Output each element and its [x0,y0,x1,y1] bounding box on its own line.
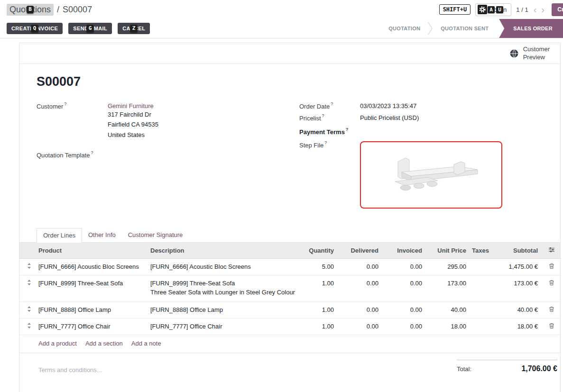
cell-invoiced[interactable]: 0.00 [382,301,426,318]
drag-handle-icon[interactable] [19,275,38,301]
column-header-quantity: Quantity [305,243,338,259]
delete-line-button[interactable] [542,258,561,275]
help-icon: ? [324,140,327,145]
cell-invoiced[interactable]: 0.00 [382,275,426,301]
statusbar: QUOTATION QUOTATION SENT SALES ORDER [381,19,563,38]
tab-customer-signature[interactable]: Customer Signature [122,228,189,242]
quotation-template-label-text: Quotation Template [37,152,90,159]
record-pager: 1 / 1 ‹ › [516,5,547,14]
pager-previous-icon[interactable]: ‹ [531,5,539,14]
breadcrumb-quotations[interactable]: Quotations B [7,4,54,16]
gear-icon [478,5,487,14]
cell-description[interactable]: [FURN_7777] Office Chair [150,318,305,335]
total-label: Total: [457,365,471,373]
table-row: [FURN_8888] Office Lamp [FURN_8888] Offi… [19,301,561,318]
notebook: Order Lines Other Info Customer Signatur… [19,228,560,353]
cell-unit-price[interactable]: 18.00 [426,318,470,335]
order-date-field-value[interactable]: 03/03/2023 13:35:47 [360,102,416,110]
cell-product[interactable]: [FURN_6666] Acoustic Bloc Screens [38,258,150,275]
order-lines-table: Product Description Quantity Delivered I… [19,243,561,335]
cell-delivered[interactable]: 0.00 [338,301,382,318]
add-section-link[interactable]: Add a section [85,340,123,347]
control-bar: CREATE INVOICE Q SEND EMAIL G CANCEL Z Q… [0,19,563,38]
cell-product[interactable]: [FURN_8999] Three-Seat Sofa [38,275,150,301]
cell-quantity[interactable]: 1.00 [305,301,338,318]
delete-line-button[interactable] [542,275,561,301]
cell-taxes[interactable] [470,275,496,301]
hint-badge-b: B [27,6,34,13]
shortcut-badge: SHIFT+U [439,4,471,15]
topbar-right-controls: SHIFT+U Action A U 1 / 1 ‹ › Cr [439,3,563,16]
corner-create-button[interactable]: Cr [552,3,563,16]
step-file-3d-preview [379,150,483,200]
action-menu-button[interactable]: Action A U [475,3,511,16]
pricelist-field-value[interactable]: Public Pricelist (USD) [360,114,419,122]
cell-taxes[interactable] [470,258,496,275]
sheet-footer: Terms and conditions... Total: 1,706.00 … [19,353,560,374]
customer-preview-line1: Customer [523,46,550,53]
status-step-quotation[interactable]: QUOTATION [381,19,428,38]
pager-next-icon[interactable]: › [539,5,547,14]
table-row: [FURN_8999] Three-Seat Sofa [FURN_8999] … [19,275,561,301]
cell-description[interactable]: [FURN_6666] Acoustic Bloc Screens [150,258,305,275]
terms-and-conditions-input[interactable]: Terms and conditions... [38,366,102,374]
form-fields-area: S00007 Customer? Gemini Furniture 317 Fa… [19,64,560,213]
handle-column-header [19,243,38,259]
totals-section: Total: 1,706.00 € [457,360,557,373]
help-icon: ? [346,127,349,132]
cell-quantity[interactable]: 1.00 [305,275,338,301]
column-header-invoiced: Invoiced [382,243,426,259]
cell-quantity[interactable]: 1.00 [305,318,338,335]
form-sheet: Customer Preview S00007 Customer? Gemini… [19,43,561,392]
cell-product[interactable]: [FURN_8888] Office Lamp [38,301,150,318]
trash-icon [549,306,554,312]
tab-order-lines[interactable]: Order Lines [37,228,82,243]
cell-taxes[interactable] [470,301,496,318]
cell-unit-price[interactable]: 40.00 [426,301,470,318]
drag-handle-icon[interactable] [19,318,38,335]
cell-description[interactable]: [FURN_8888] Office Lamp [150,301,305,318]
tab-other-info[interactable]: Other Info [82,228,122,242]
cell-product[interactable]: [FURN_7777] Office Chair [38,318,150,335]
cell-delivered[interactable]: 0.00 [338,275,382,301]
drag-handle-icon[interactable] [19,301,38,318]
sheet-header-row: Customer Preview [19,43,560,64]
cell-unit-price[interactable]: 173.00 [426,275,470,301]
create-invoice-button[interactable]: CREATE INVOICE Q [7,23,63,34]
cell-taxes[interactable] [470,318,496,335]
description-line1: [FURN_8999] Three-Seat Sofa [150,280,301,287]
customer-address-line: 317 Fairchild Dr [108,109,158,119]
column-header-delivered: Delivered [338,243,382,259]
cell-quantity[interactable]: 5.00 [305,258,338,275]
cell-delivered[interactable]: 0.00 [338,318,382,335]
record-title: S00007 [37,74,543,89]
drag-handle-icon[interactable] [19,258,38,275]
step-file-field-label: Step File? [299,141,360,209]
step-file-image-field[interactable] [360,141,502,209]
customer-field-value: Gemini Furniture 317 Fairchild Dr Fairfi… [108,102,158,140]
cell-unit-price[interactable]: 295.00 [426,258,470,275]
delete-line-button[interactable] [542,318,561,335]
add-product-link[interactable]: Add a product [38,340,77,347]
cell-invoiced[interactable]: 0.00 [382,318,426,335]
cell-subtotal: 173.00 € [496,275,542,301]
customer-preview-link[interactable]: Customer Preview [509,46,550,61]
cell-description[interactable]: [FURN_8999] Three-Seat Sofa Three Seater… [150,275,305,301]
cancel-button[interactable]: CANCEL Z [118,23,150,34]
globe-icon [509,49,519,58]
cell-invoiced[interactable]: 0.00 [382,258,426,275]
status-step-quotation-sent[interactable]: QUOTATION SENT [433,19,496,38]
fields-left-column: Customer? Gemini Furniture 317 Fairchild… [37,102,280,213]
order-date-field-label: Order Date? [299,102,360,110]
payment-terms-label-text: Payment Terms [299,128,345,136]
send-email-button[interactable]: SEND EMAIL G [68,23,112,34]
cell-delivered[interactable]: 0.00 [338,258,382,275]
pricelist-field-label: Pricelist? [299,114,360,122]
optional-columns-toggle[interactable] [542,243,561,259]
customer-link[interactable]: Gemini Furniture [108,102,154,109]
column-header-taxes: Taxes [470,243,496,259]
add-note-link[interactable]: Add a note [131,340,161,347]
delete-line-button[interactable] [542,301,561,318]
status-step-sales-order[interactable]: SALES ORDER [499,19,563,38]
customer-address-line: Fairfield CA 94535 [108,119,158,129]
